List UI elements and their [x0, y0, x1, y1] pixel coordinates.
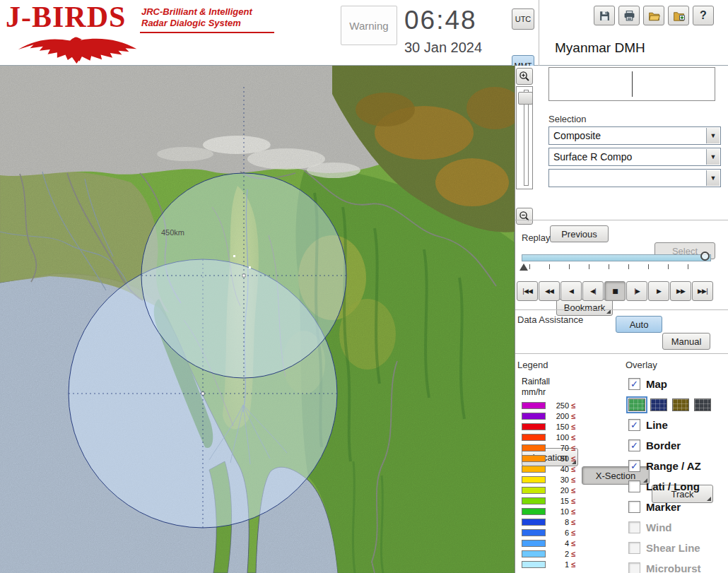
jump-end-button[interactable]: ▶▶|: [692, 281, 713, 301]
help-button[interactable]: ?: [693, 6, 714, 25]
replay-start-marker[interactable]: [519, 264, 528, 271]
overlay-checkbox-microburst: [628, 562, 640, 573]
legend-value: 20: [549, 486, 569, 495]
legend-row-8: 8≤: [522, 516, 575, 527]
legend-color-swatch: [522, 487, 546, 494]
legend-row-20: 20≤: [522, 485, 575, 495]
station-display-box[interactable]: [548, 67, 715, 101]
legend-value: 50: [549, 454, 569, 463]
composite-combo[interactable]: Composite ▼: [548, 126, 721, 145]
legend-type: Rainfall: [522, 377, 550, 386]
chevron-down-icon[interactable]: ▼: [706, 149, 720, 165]
legend-color-swatch: [522, 444, 546, 451]
overlay-item-lati-long: Lati / Long: [628, 476, 711, 497]
print-button[interactable]: [618, 6, 640, 25]
legend-color-swatch: [522, 540, 546, 547]
legend-color-swatch: [522, 434, 546, 441]
chevron-down-icon[interactable]: ▼: [706, 170, 720, 186]
option-combo[interactable]: ▼: [548, 169, 721, 187]
chevron-down-icon[interactable]: ▼: [706, 128, 720, 143]
legend-row-50: 50≤: [522, 453, 575, 463]
control-panel: Selection Composite ▼ Surface R Compo ▼ …: [515, 66, 728, 573]
fast-rewind-button[interactable]: ◀◀: [539, 281, 560, 301]
utc-label: UTC: [515, 15, 532, 23]
legend-color-swatch: [522, 402, 546, 409]
manual-label: Manual: [671, 336, 702, 347]
logo-subtitle-line1: JRC-Brilliant & Intelligent: [141, 6, 252, 18]
legend-scale: 250≤200≤150≤100≤70≤50≤40≤30≤20≤15≤10≤8≤6…: [522, 400, 575, 569]
bookmark-button[interactable]: Bookmark: [556, 299, 613, 316]
legend-value: 15: [549, 497, 569, 505]
legend-operator: ≤: [571, 444, 575, 452]
map-style-swatch-1[interactable]: [628, 398, 645, 411]
utc-toggle-button[interactable]: UTC: [512, 8, 534, 30]
overlay-item-label: Microburst: [646, 562, 701, 573]
stop-button[interactable]: ■: [604, 281, 626, 301]
overlay-checkbox-map[interactable]: ✓: [628, 378, 640, 390]
legend-value: 250: [549, 401, 569, 410]
overlay-item-wind: Wind: [628, 517, 711, 538]
legend-row-250: 250≤: [522, 400, 575, 410]
map-style-swatch-2[interactable]: [650, 398, 667, 411]
product-combo[interactable]: Surface R Compo ▼: [548, 148, 721, 166]
legend-row-30: 30≤: [522, 474, 575, 485]
play-button[interactable]: ▶: [648, 281, 669, 301]
map-style-swatch-3[interactable]: [672, 398, 689, 411]
overlay-checkbox-marker[interactable]: [628, 501, 640, 513]
jump-start-button[interactable]: |◀◀: [517, 281, 538, 301]
legend-row-40: 40≤: [522, 463, 575, 474]
overlay-item-label: Shear Line: [646, 542, 700, 554]
save-button[interactable]: [594, 6, 615, 25]
warning-button[interactable]: Warning: [341, 6, 397, 45]
legend-row-10: 10≤: [522, 506, 575, 516]
zoom-slider[interactable]: [516, 86, 533, 189]
zoom-in-button[interactable]: [516, 68, 533, 85]
eagle-logo-icon: [7, 35, 148, 64]
overlay-checkbox-line[interactable]: ✓: [628, 419, 640, 431]
text-caret: [632, 71, 633, 97]
replay-slider-track[interactable]: [522, 254, 711, 261]
legend-color-swatch: [522, 529, 546, 536]
app-logo-title: J-BIRDS: [6, 2, 126, 32]
legend-operator: ≤: [571, 497, 575, 505]
auto-mode-button[interactable]: Auto: [616, 316, 662, 333]
playback-row: |◀◀◀◀◀◀|■|▶▶▶▶▶▶|: [517, 281, 713, 301]
manual-mode-button[interactable]: Manual: [662, 333, 710, 350]
help-icon: ?: [700, 9, 707, 22]
overlay-checkbox-lati-long[interactable]: [628, 480, 640, 492]
zoom-out-button[interactable]: [516, 208, 533, 225]
jbirds-app: J-BIRDS JRC-Brilliant & Intelligent Rada…: [0, 0, 728, 573]
legend-operator: ≤: [571, 465, 575, 473]
step-back-button[interactable]: ◀|: [582, 281, 604, 301]
overlay-checkbox-border[interactable]: ✓: [628, 439, 640, 451]
overlay-item-line: ✓Line: [628, 415, 711, 435]
step-forward-button[interactable]: |▶: [626, 281, 647, 301]
legend-color-swatch: [522, 508, 546, 515]
separator: [515, 309, 728, 310]
legend-row-100: 100≤: [522, 432, 575, 442]
overlay-item-microburst: Microburst: [628, 558, 711, 573]
fast-forward-button[interactable]: ▶▶: [670, 281, 691, 301]
overlay-item-map: ✓Map: [628, 374, 711, 394]
legend-color-swatch: [522, 413, 546, 420]
map-style-swatch-4[interactable]: [694, 398, 711, 411]
data-assistance-label: Data Assistance: [517, 314, 583, 325]
zoom-slider-thumb[interactable]: [518, 92, 533, 105]
overlay-checkbox-range-az[interactable]: ✓: [628, 460, 640, 472]
legend-color-swatch: [522, 561, 546, 568]
radar-map[interactable]: 450km: [0, 66, 515, 573]
zoom-in-icon: [519, 71, 530, 82]
legend-color-swatch: [522, 497, 546, 504]
replay-slider-thumb[interactable]: [700, 252, 710, 261]
previous-label: Previous: [561, 229, 597, 240]
print-icon: [623, 10, 635, 22]
range-label: 450km: [161, 228, 184, 237]
play-reverse-button[interactable]: ◀: [560, 281, 582, 301]
open-file-button[interactable]: [643, 6, 664, 25]
legend-color-swatch: [522, 423, 546, 430]
legend-value: 150: [549, 423, 569, 431]
overlay-checkbox-shear-line: [628, 542, 640, 554]
previous-button[interactable]: Previous: [550, 225, 609, 242]
add-file-button[interactable]: [668, 6, 689, 25]
selection-label: Selection: [548, 114, 586, 124]
